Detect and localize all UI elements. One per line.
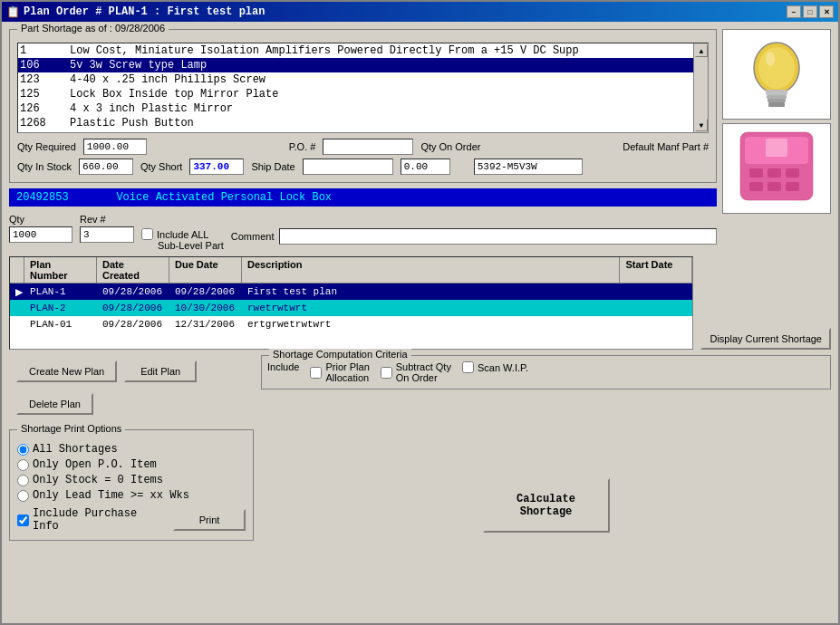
- table-row[interactable]: PLAN-2 09/28/2006 10/30/2006 rwetrwtwrt: [10, 300, 692, 316]
- delete-button-row: Delete Plan: [9, 393, 254, 420]
- row-plan-number: PLAN-2: [24, 302, 97, 314]
- ship-date-label: Ship Date: [251, 161, 294, 172]
- field-row-2: Qty In Stock Qty Short Ship Date: [17, 159, 709, 175]
- list-item[interactable]: 125 Lock Box Inside top Mirror Plate: [18, 87, 693, 101]
- radio-stock-zero-input[interactable]: [17, 475, 29, 486]
- row-start-date: [620, 307, 692, 309]
- row-due-date: 09/28/2006: [169, 285, 242, 298]
- display-shortage-button[interactable]: Display Current Shortage: [700, 328, 831, 350]
- subtract-qty-input[interactable]: [381, 367, 392, 379]
- qty-on-order-input[interactable]: [401, 159, 450, 175]
- radio-lead-time[interactable]: Only Lead Time >= xx Wks: [17, 489, 246, 502]
- rev-field: Rev #: [80, 214, 134, 243]
- main-content: Part Shortage as of : 09/28/2006 1 Low C…: [2, 22, 838, 623]
- svg-rect-5: [768, 102, 785, 107]
- group-box-label: Part Shortage as of : 09/28/2006: [17, 23, 169, 34]
- qty-short-input[interactable]: [189, 159, 244, 175]
- shortage-criteria-groupbox: Shortage Computation Criteria Include Pr…: [261, 355, 831, 389]
- scan-wip-checkbox[interactable]: Scan W.I.P.: [462, 361, 528, 373]
- field-row-1: Qty Required P.O. # Qty On Order Default…: [17, 139, 709, 155]
- row-start-date: [620, 291, 692, 293]
- table-row[interactable]: ▶ PLAN-1 09/28/2006 09/28/2006 First tes…: [10, 284, 692, 300]
- top-section: Part Shortage as of : 09/28/2006 1 Low C…: [9, 29, 831, 251]
- header-start-date: Start Date: [620, 257, 692, 283]
- row-date-created: 09/28/2006: [97, 302, 169, 314]
- include-checkbox-container: Include ALL: [141, 228, 209, 240]
- create-plan-button[interactable]: Create New Plan: [16, 361, 117, 382]
- print-button[interactable]: Print: [173, 509, 246, 531]
- maximize-button[interactable]: □: [803, 5, 817, 18]
- radio-open-po-input[interactable]: [17, 459, 29, 471]
- row-arrow: [10, 323, 24, 325]
- list-item[interactable]: 1268 Plastic Push Button: [18, 116, 693, 130]
- radio-all[interactable]: All Shortages: [17, 443, 246, 456]
- list-item[interactable]: 106 5v 3w Screw type Lamp: [18, 58, 693, 72]
- minimize-button[interactable]: −: [787, 5, 801, 18]
- plan-table-wrapper: Plan Number Date Created Due Date Descri…: [9, 256, 831, 350]
- qty-in-stock-label: Qty In Stock: [17, 161, 72, 172]
- include-text: Include: [267, 361, 299, 372]
- qty-field: Qty: [9, 214, 72, 243]
- svg-rect-11: [786, 168, 799, 178]
- edit-plan-button[interactable]: Edit Plan: [124, 361, 197, 382]
- close-button[interactable]: ✕: [819, 5, 834, 18]
- sub-level-label: Sub-Level Part: [141, 240, 224, 251]
- comment-input[interactable]: [279, 228, 717, 245]
- radio-lead-time-input[interactable]: [17, 490, 29, 502]
- row-description: First test plan: [242, 285, 620, 298]
- svg-rect-4: [768, 99, 786, 102]
- header-description: Description: [242, 257, 620, 283]
- radio-all-input[interactable]: [17, 444, 29, 456]
- list-item[interactable]: 1 Low Cost, Miniature Isolation Amplifie…: [18, 43, 693, 58]
- svg-rect-3: [767, 95, 787, 99]
- title-bar: 📋 Plan Order # PLAN-1 : First test plan …: [2, 2, 838, 22]
- list-item[interactable]: 126 4 x 3 inch Plastic Mirror: [18, 101, 693, 116]
- phone-svg: [731, 128, 822, 209]
- left-panel: Part Shortage as of : 09/28/2006 1 Low C…: [9, 29, 717, 251]
- bottom-left-panel: Create New Plan Edit Plan Delete Plan Sh…: [9, 355, 254, 616]
- shortage-print-label: Shortage Print Options: [17, 423, 125, 434]
- calculate-section: CalculateShortage: [261, 395, 831, 616]
- radio-open-po[interactable]: Only Open P.O. Item: [17, 458, 246, 471]
- table-row[interactable]: PLAN-01 09/28/2006 12/31/2006 ertgrwetrw…: [10, 316, 692, 332]
- list-item[interactable]: 123 4-40 x .25 inch Phillips Screw: [18, 72, 693, 87]
- qty-on-order-label: Qty On Order: [420, 141, 480, 152]
- highlight-bar: 20492853 Voice Activated Personal Lock B…: [9, 188, 717, 207]
- default-manf-input[interactable]: [474, 159, 583, 175]
- row-date-created: 09/28/2006: [97, 318, 169, 331]
- qty-required-input[interactable]: [83, 139, 147, 155]
- include-purchase-checkbox[interactable]: Include Purchase Info: [17, 507, 166, 533]
- qty-in-stock-input[interactable]: [79, 159, 133, 175]
- plan-table-header: Plan Number Date Created Due Date Descri…: [10, 257, 692, 284]
- row-plan-number: PLAN-01: [24, 318, 97, 331]
- scan-wip-item: Scan W.I.P.: [462, 361, 528, 373]
- svg-rect-10: [768, 168, 781, 178]
- ship-date-input[interactable]: [303, 159, 393, 175]
- delete-plan-button[interactable]: Delete Plan: [16, 393, 93, 415]
- po-input[interactable]: [323, 139, 413, 155]
- part-image-bottom: [722, 123, 831, 214]
- row-start-date: [620, 323, 692, 325]
- qty-input[interactable]: [9, 226, 72, 243]
- prior-plan-input[interactable]: [310, 367, 322, 379]
- svg-rect-12: [749, 182, 763, 191]
- comment-section: Comment: [231, 228, 717, 245]
- prior-plan-checkbox[interactable]: Prior PlanAllocation: [310, 361, 369, 383]
- part-list[interactable]: 1 Low Cost, Miniature Isolation Amplifie…: [18, 43, 693, 132]
- scan-wip-input[interactable]: [462, 361, 474, 373]
- calculate-shortage-button[interactable]: CalculateShortage: [483, 478, 610, 533]
- include-purchase-input[interactable]: [17, 514, 29, 526]
- row-date-created: 09/28/2006: [97, 285, 169, 298]
- subtract-qty-checkbox[interactable]: Subtract QtyOn Order: [381, 361, 451, 383]
- radio-stock-zero[interactable]: Only Stock = 0 Items: [17, 474, 246, 486]
- plan-buttons: Create New Plan Edit Plan: [9, 355, 254, 388]
- prior-plan-item: Prior PlanAllocation: [310, 361, 369, 383]
- scrollbar[interactable]: ▲ ▼: [693, 43, 708, 132]
- rev-input[interactable]: [80, 226, 134, 243]
- plan-table[interactable]: Plan Number Date Created Due Date Descri…: [9, 256, 693, 350]
- include-all-checkbox[interactable]: [141, 228, 153, 240]
- header-arrow: [10, 257, 24, 283]
- svg-rect-15: [766, 139, 787, 157]
- qty-label: Qty: [9, 214, 72, 225]
- part-list-container[interactable]: 1 Low Cost, Miniature Isolation Amplifie…: [17, 43, 709, 133]
